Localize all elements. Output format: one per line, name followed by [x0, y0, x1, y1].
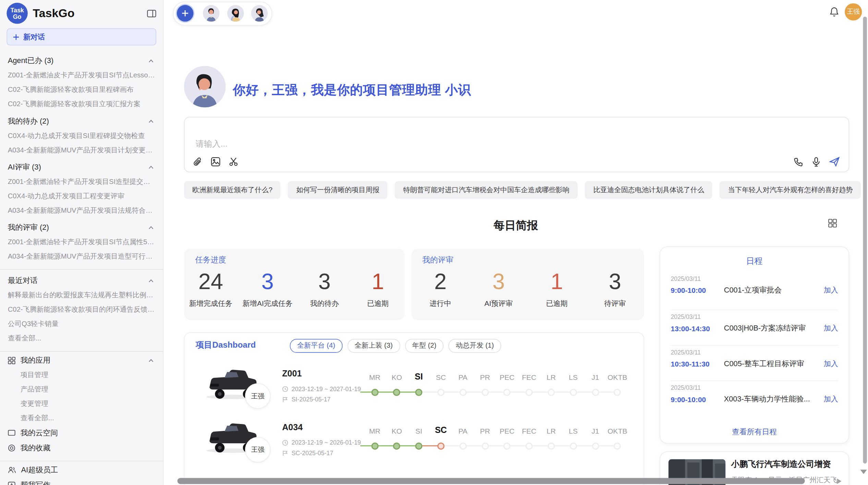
- suggestion-chip[interactable]: 特朗普可能对进口汽车增税会对中国车企造成哪些影响: [395, 181, 578, 199]
- sidebar-task-item[interactable]: Z001-全新燃油轻卡产品开发项目SI节点属性5D文件评审: [0, 235, 163, 249]
- milestone-node[interactable]: [504, 442, 511, 449]
- sidebar-item-favorites[interactable]: 我的收藏: [0, 440, 163, 455]
- milestone-node[interactable]: [481, 388, 489, 396]
- horizontal-scrollbar[interactable]: [177, 478, 805, 484]
- sidebar-task-item[interactable]: C02-飞腾新能源轻客改款项目立项汇报方案: [0, 97, 163, 111]
- recent-chat-item[interactable]: C02-飞腾新能源轻客改款项目的闭环通告反馈情况: [0, 302, 163, 317]
- sidebar-section-header[interactable]: 我的待办 (2): [0, 111, 163, 128]
- flag-icon: [282, 450, 288, 456]
- app-window: Task Go TaskGo 新对话 Agent已办 (3)Z001-全新燃油皮…: [0, 0, 868, 485]
- dashboard-tab[interactable]: 动总开发 (1): [448, 339, 501, 353]
- image-icon[interactable]: [210, 157, 220, 167]
- milestone-node[interactable]: [459, 388, 467, 396]
- milestone-node[interactable]: [592, 442, 599, 449]
- milestone-node[interactable]: [415, 442, 422, 449]
- milestone-node[interactable]: [393, 442, 400, 449]
- app-sub-item[interactable]: 产品管理: [0, 382, 163, 397]
- sidebar-task-item[interactable]: A034-全新新能源MUV产品开发项目法规符合性评审: [0, 203, 163, 217]
- sidebar-section-recent[interactable]: 最近对话: [0, 271, 163, 288]
- apps-grid-icon: [8, 356, 16, 364]
- sidebar-section-header[interactable]: 我的评审 (2): [0, 217, 163, 235]
- project-name[interactable]: A034: [282, 423, 303, 433]
- milestone-node[interactable]: [504, 388, 511, 396]
- milestone-node[interactable]: [481, 442, 489, 449]
- sidebar-item-ai-employee[interactable]: AI超级员工: [0, 462, 163, 477]
- event-date: 2025/03/11: [671, 349, 838, 356]
- app-sub-item[interactable]: 查看全部...: [0, 411, 163, 425]
- milestone-node[interactable]: [415, 388, 422, 396]
- bell-icon[interactable]: [829, 7, 839, 19]
- recent-list: 解释最新出台的欧盟报废车法规再生塑料比例被调至15%...C02-飞腾新能源轻客…: [0, 288, 163, 346]
- recent-chat-item[interactable]: 查看全部...: [0, 331, 163, 346]
- milestone-node[interactable]: [547, 442, 555, 449]
- scroll-right-arrow-icon[interactable]: [837, 478, 842, 484]
- milestone-node[interactable]: [371, 388, 378, 396]
- new-chat-button[interactable]: 新对话: [7, 28, 156, 45]
- milestone-node[interactable]: [526, 442, 533, 449]
- sidebar-section-header[interactable]: Agent已办 (3): [0, 51, 163, 68]
- dashboard-tab[interactable]: 年型 (2): [405, 339, 444, 353]
- send-icon[interactable]: [829, 157, 840, 167]
- stat-label: 新增完成任务: [189, 299, 232, 309]
- dashboard-tab[interactable]: 全新平台 (4): [290, 339, 342, 353]
- sidebar-item-my-apps[interactable]: 我的应用: [0, 353, 163, 368]
- panel-toggle-icon[interactable]: [147, 9, 156, 17]
- milestone-node[interactable]: [570, 442, 577, 449]
- project-owner-badge[interactable]: 王强: [245, 383, 270, 409]
- sidebar: Task Go TaskGo 新对话 Agent已办 (3)Z001-全新燃油皮…: [0, 0, 164, 485]
- sidebar-task-item[interactable]: C0X4-动力总成开发项目工程变更评审: [0, 189, 163, 203]
- milestone-node[interactable]: [547, 388, 555, 396]
- view-all-schedule-link[interactable]: 查看所有日程: [660, 427, 849, 437]
- milestone-node[interactable]: [526, 388, 533, 396]
- scroll-down-arrow-icon[interactable]: [860, 470, 867, 474]
- join-link[interactable]: 加入: [824, 359, 838, 369]
- suggestion-chip[interactable]: 比亚迪全固态电池计划具体说了什么: [585, 181, 713, 199]
- join-link[interactable]: 加入: [824, 394, 838, 404]
- dashboard-title: 项目Dashboard: [196, 340, 256, 351]
- chat-input[interactable]: [190, 134, 700, 153]
- milestone-node[interactable]: [614, 388, 621, 396]
- sidebar-section-header[interactable]: AI评审 (3): [0, 157, 163, 174]
- avatar[interactable]: [251, 5, 268, 22]
- milestone-node[interactable]: [570, 388, 577, 396]
- milestone-node[interactable]: [393, 388, 400, 396]
- project-name[interactable]: Z001: [282, 369, 302, 379]
- sidebar-task-item[interactable]: C02-飞腾新能源轻客改款项目里程碑画布: [0, 83, 163, 97]
- mic-icon[interactable]: [812, 157, 820, 167]
- user-avatar[interactable]: 王强: [845, 3, 862, 21]
- sidebar-task-item[interactable]: A034-全新新能源MUV产品开发项目造型可行性评审: [0, 249, 163, 264]
- add-agent-button[interactable]: [177, 5, 194, 22]
- suggestion-chip[interactable]: 欧洲新规最近颁布了什么?: [184, 181, 281, 199]
- sidebar-task-item[interactable]: Z001-全新燃油皮卡产品开发项目SI节点Lesson Learn报告: [0, 68, 163, 83]
- sidebar-task-item[interactable]: Z001-全新燃油轻卡产品开发项目SI造型提交物评审: [0, 174, 163, 189]
- avatar[interactable]: [203, 5, 220, 22]
- scissors-icon[interactable]: [229, 157, 239, 167]
- milestone-node[interactable]: [437, 388, 445, 396]
- milestone-node[interactable]: [459, 442, 467, 449]
- grid-icon[interactable]: [828, 219, 837, 230]
- sidebar-item-cloud-space[interactable]: 我的云空间: [0, 425, 163, 440]
- milestone-node[interactable]: [437, 442, 445, 449]
- suggestion-chip[interactable]: 如何写一份清晰的项目周报: [288, 181, 388, 199]
- avatar[interactable]: [227, 5, 244, 22]
- vertical-scrollbar[interactable]: [863, 17, 867, 464]
- phone-icon[interactable]: [794, 157, 803, 166]
- join-link[interactable]: 加入: [824, 323, 838, 333]
- app-sub-item[interactable]: 变更管理: [0, 397, 163, 411]
- paperclip-icon[interactable]: [193, 157, 202, 167]
- sidebar-task-item[interactable]: C0X4-动力总成开发项目SI里程碑提交物检查: [0, 128, 163, 143]
- dashboard-tab[interactable]: 全新上装 (3): [347, 339, 400, 353]
- milestone-node[interactable]: [614, 442, 621, 449]
- recent-chat-item[interactable]: 公司Q3轻卡销量: [0, 317, 163, 331]
- sidebar-task-item[interactable]: A034-全新新能源MUV产品开发项目计划变更表编写: [0, 143, 163, 157]
- sidebar-item-write-helper[interactable]: 帮我写作: [0, 477, 163, 485]
- app-sub-item[interactable]: 项目管理: [0, 368, 163, 382]
- join-link[interactable]: 加入: [824, 285, 838, 295]
- recent-chat-item[interactable]: 解释最新出台的欧盟报废车法规再生塑料比例被调至15%...: [0, 288, 163, 302]
- milestone-node[interactable]: [592, 388, 599, 396]
- stat: 1已逾期: [356, 269, 399, 308]
- divider: [0, 351, 163, 352]
- milestone-node[interactable]: [371, 442, 378, 449]
- suggestion-chip[interactable]: 当下年轻人对汽车外观有怎样的喜好趋势: [720, 181, 861, 199]
- project-owner-badge[interactable]: 王强: [245, 437, 270, 462]
